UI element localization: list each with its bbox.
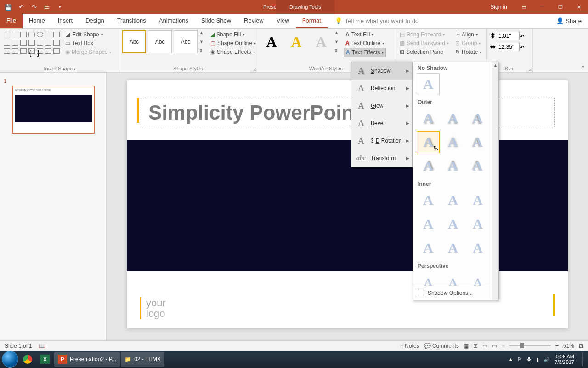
sign-in-link[interactable]: Sign in <box>490 4 507 10</box>
tab-format[interactable]: Format <box>296 14 328 28</box>
text-outline-button[interactable]: AText Outline▾ <box>344 39 386 47</box>
tray-network-icon[interactable]: 🖧 <box>526 356 531 362</box>
qat-more-icon[interactable]: ▾ <box>55 2 64 12</box>
shape-outline-button[interactable]: ▢Shape Outline▾ <box>209 39 258 47</box>
tab-slideshow[interactable]: Slide Show <box>195 14 237 28</box>
shapes-gallery[interactable]: {} <box>3 30 61 55</box>
tab-home[interactable]: Home <box>23 14 51 28</box>
tab-file[interactable]: File <box>0 14 23 28</box>
shadow-options-button[interactable]: Shadow Options... <box>413 286 498 300</box>
dialog-launcher-icon[interactable]: ◿ <box>529 67 531 71</box>
tray-battery-icon[interactable]: ▮ <box>536 356 539 362</box>
shape-style-preview[interactable]: Abc <box>122 30 146 53</box>
shadow-preset[interactable]: A <box>417 107 440 129</box>
shadow-preset[interactable]: A <box>441 107 464 129</box>
zoom-in-icon[interactable]: + <box>555 343 559 349</box>
slide-thumbnail[interactable]: Simplicity PowerPoint Theme <box>12 86 95 134</box>
shadow-preset[interactable]: A <box>441 237 464 259</box>
logo-placeholder[interactable]: your logo <box>140 297 166 319</box>
shape-style-preview[interactable]: Abc <box>148 30 172 53</box>
tab-insert[interactable]: Insert <box>51 14 79 28</box>
start-button[interactable] <box>2 351 18 368</box>
tab-transitions[interactable]: Transitions <box>111 14 153 28</box>
sorter-view-icon[interactable]: ⊞ <box>473 343 478 349</box>
shadow-preset[interactable]: A <box>441 213 464 235</box>
wordart-style-preview[interactable]: A <box>260 30 283 53</box>
gallery-down-icon[interactable]: ▼ <box>199 40 206 44</box>
menu-item-bevel[interactable]: A Bevel ▶ <box>351 115 412 132</box>
merge-shapes-button[interactable]: ◉Merge Shapes▾ <box>63 48 113 56</box>
gallery-down-icon[interactable]: ▼ <box>334 40 341 44</box>
rotate-button[interactable]: ↻Rotate▾ <box>453 48 483 56</box>
tray-action-center-icon[interactable]: ⚐ <box>517 356 522 362</box>
undo-icon[interactable]: ↶ <box>17 2 26 12</box>
tell-me-search[interactable]: 💡 Tell me what you want to do <box>335 14 418 28</box>
taskbar-chrome[interactable] <box>19 352 36 367</box>
text-box-button[interactable]: ▭Text Box <box>63 39 113 47</box>
shadow-preset[interactable]: A <box>466 131 489 153</box>
height-input[interactable] <box>497 32 520 40</box>
gallery-more-icon[interactable]: ⊽ <box>199 49 206 53</box>
redo-icon[interactable]: ↷ <box>29 2 39 12</box>
show-desktop-button[interactable] <box>582 352 586 366</box>
taskbar-explorer[interactable]: 📁02 - THMX <box>121 352 164 367</box>
menu-item-transform[interactable]: abc Transform ▶ <box>351 150 412 167</box>
save-icon[interactable]: 💾 <box>4 2 13 12</box>
tab-view[interactable]: View <box>270 14 296 28</box>
comments-button[interactable]: 💬 Comments <box>424 343 459 349</box>
shadow-preset[interactable]: A <box>466 189 489 211</box>
shadow-preset[interactable]: A <box>417 213 440 235</box>
shadow-preset[interactable]: A <box>441 189 464 211</box>
shadow-preset[interactable]: A <box>417 271 440 286</box>
text-fill-button[interactable]: AText Fill▾ <box>344 30 386 39</box>
width-input[interactable] <box>497 43 520 51</box>
gallery-up-icon[interactable]: ▲ <box>334 30 341 35</box>
align-button[interactable]: ⊫Align▾ <box>453 30 483 39</box>
taskbar-excel[interactable]: X <box>37 352 53 367</box>
tab-animations[interactable]: Animations <box>153 14 195 28</box>
scroll-up-icon[interactable]: ▲ <box>492 63 498 68</box>
wordart-style-preview[interactable]: A <box>285 30 308 53</box>
taskbar-clock[interactable]: 9:06 AM 7/3/2017 <box>554 354 578 365</box>
menu-item-reflection[interactable]: A Reflection ▶ <box>351 80 412 97</box>
shadow-preset[interactable]: A <box>441 155 464 177</box>
collapse-ribbon-icon[interactable]: ˄ <box>582 65 584 70</box>
shadow-preset[interactable]: A <box>417 189 440 211</box>
shadow-preset[interactable]: A <box>417 155 440 177</box>
menu-item-3d-rotation[interactable]: A 3-D Rotation ▶ <box>351 132 412 150</box>
shape-fill-button[interactable]: ◢Shape Fill▾ <box>209 30 258 39</box>
minimize-icon[interactable]: ─ <box>533 0 551 14</box>
gallery-scrollbar[interactable]: ▲ <box>492 62 498 300</box>
spellcheck-icon[interactable]: 📖 <box>39 343 45 349</box>
shape-style-preview[interactable]: Abc <box>174 30 198 53</box>
tray-up-icon[interactable]: ▲ <box>509 357 513 362</box>
shadow-preset-none[interactable]: A <box>417 73 440 95</box>
shadow-preset[interactable]: A <box>466 107 489 129</box>
normal-view-icon[interactable]: ▦ <box>464 343 469 349</box>
shadow-preset[interactable]: A <box>441 271 464 286</box>
share-button[interactable]: 👤 Share <box>550 14 588 28</box>
close-icon[interactable]: ✕ <box>570 0 588 14</box>
maximize-icon[interactable]: ❐ <box>551 0 570 14</box>
start-from-beginning-icon[interactable]: ▭ <box>42 2 51 12</box>
shadow-preset[interactable]: A <box>466 155 489 177</box>
shadow-preset[interactable]: A <box>441 131 464 153</box>
group-button[interactable]: ⊡Group▾ <box>453 39 483 47</box>
edit-shape-button[interactable]: ◪Edit Shape▾ <box>63 30 113 39</box>
shadow-preset[interactable]: A <box>417 237 440 259</box>
wordart-style-preview[interactable]: A <box>310 30 333 53</box>
slide-counter[interactable]: Slide 1 of 1 <box>5 343 32 349</box>
bring-forward-button[interactable]: ▤Bring Forward▾ <box>398 30 451 39</box>
fit-to-window-icon[interactable]: ⊡ <box>579 343 583 349</box>
tab-review[interactable]: Review <box>237 14 270 28</box>
dialog-launcher-icon[interactable]: ◿ <box>253 67 256 71</box>
menu-item-shadow[interactable]: A Shadow ▶ <box>351 62 412 80</box>
send-backward-button[interactable]: ▥Send Backward▾ <box>398 39 451 47</box>
slide-canvas[interactable]: Simplicity PowerPoint T your logo <box>107 73 588 343</box>
ribbon-display-icon[interactable]: ▭ <box>514 0 533 14</box>
reading-view-icon[interactable]: ▭ <box>482 343 487 349</box>
shape-effects-button[interactable]: ◉Shape Effects▾ <box>209 48 258 56</box>
gallery-more-icon[interactable]: ⊽ <box>334 49 341 53</box>
selection-pane-button[interactable]: ⊞Selection Pane <box>398 48 451 56</box>
tab-design[interactable]: Design <box>79 14 110 28</box>
